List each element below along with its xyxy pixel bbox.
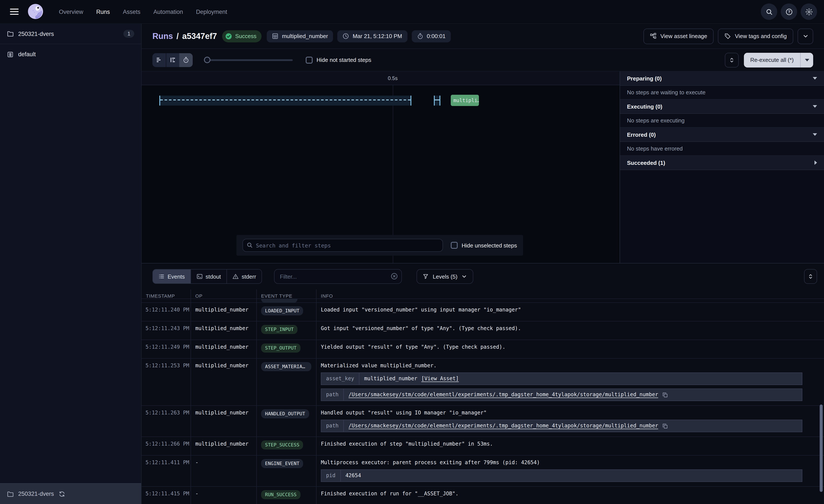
event-table: TIMESTAMP OP EVENT TYPE INFO 5:12:11.240… [141,289,824,504]
view-mode-timed-button[interactable] [179,53,193,67]
tab-stderr[interactable]: stderr [226,269,262,283]
column-header: TIMESTAMP [141,289,191,298]
runs-breadcrumb-link[interactable]: Runs [152,31,173,41]
nav-link-runs[interactable]: Runs [96,8,110,15]
reexecute-button[interactable]: Re-execute all (*) [744,52,813,67]
checkbox-icon[interactable] [451,242,458,249]
event-type-cell: HANDLED_OUTPUT [257,406,316,436]
nav-link-overview[interactable]: Overview [59,8,83,15]
event-row[interactable]: 5:12:11.263 PMmultiplied_numberHANDLED_O… [141,406,824,437]
event-type-pill: STEP_OUTPUT [261,344,301,353]
sidebar-item-250321-dvers[interactable]: 250321-dvers1 [0,24,141,44]
event-type-cell: LOADED_INPUT [257,303,316,321]
event-type-pill: ASSET_MATERIALI… [261,362,311,371]
settings-button[interactable] [801,3,817,20]
event-timestamp: 5:12:11.243 PM [141,322,191,340]
dagster-app: OverviewRunsAssetsAutomationDeployment ?… [0,0,824,504]
run-tag-label: Mar 21, 5:12:10 PM [353,33,402,39]
log-filter-input[interactable] [274,269,402,284]
tab-events[interactable]: Events [153,269,191,283]
steps-section-header[interactable]: Preparing (0) [620,72,824,86]
refresh-icon[interactable] [58,490,65,497]
event-row[interactable]: 5:12:11.266 PMmultiplied_numberSTEP_SUCC… [141,437,824,456]
nav-links: OverviewRunsAssetsAutomationDeployment [59,8,227,15]
main-panel: Runs / a5347ef7 Success multiplied_numbe… [141,24,824,504]
checkbox-icon[interactable] [306,56,313,64]
expand-panel-button[interactable] [725,52,738,67]
steps-section-title: Succeeded (1) [627,159,665,166]
event-row[interactable]: 5:12:11.243 PMmultiplied_numberSTEP_INPU… [141,322,824,340]
hamburger-menu-icon[interactable] [7,4,22,19]
caret-sort-icon [808,273,814,279]
expand-events-button[interactable] [804,269,817,284]
steps-section-header[interactable]: Succeeded (1) [620,156,824,170]
steps-section-body: No steps have errored [620,142,824,156]
event-type-pill: STEP_INPUT [261,325,298,334]
gantt-body[interactable]: multipli… Hide unselected steps [141,85,620,263]
sidebar-item-default[interactable]: default [0,44,141,65]
button-label: View asset lineage [660,33,707,39]
event-row[interactable] [141,299,824,303]
folder-icon [7,490,14,497]
search-button[interactable] [761,3,777,20]
view-tags-and-config-button[interactable]: View tags and config [718,28,793,44]
path-link[interactable]: /Users/smackesey/stm/code/elementl/exper… [348,391,658,398]
view-mode-waterfall-button[interactable] [166,53,179,67]
reexecute-dropdown[interactable] [800,52,813,67]
clear-filter-icon[interactable] [391,272,398,280]
run-tag[interactable]: 0:00:01 [412,30,451,42]
time-tick-label: 0.5s [388,75,398,81]
event-timestamp: 5:12:11.415 PM [141,487,191,504]
metadata-value: multiplied_number[View Asset] [359,373,463,385]
event-row[interactable]: 5:12:11.415 PM-RUN_SUCCESSFinished execu… [141,487,824,504]
view-waterfall-icon [170,57,176,63]
run-tag[interactable]: multiplied_number [267,30,333,42]
view-asset-lineage-button[interactable]: View asset lineage [643,28,714,44]
event-type-cell [257,299,316,303]
gantt-step-bar[interactable]: multipli… [451,95,479,106]
sidebar-footer[interactable]: 250321-dvers [0,483,141,504]
steps-section-body: No steps are waiting to execute [620,86,824,100]
steps-section-header[interactable]: Executing (0) [620,100,824,114]
steps-section-header[interactable]: Errored (0) [620,128,824,142]
copy-icon[interactable] [662,392,668,398]
hide-not-started-checkbox[interactable]: Hide not started steps [306,56,371,64]
top-nav: OverviewRunsAssetsAutomationDeployment ? [0,0,824,24]
zoom-slider[interactable] [204,56,293,64]
event-op: - [191,487,257,504]
copy-icon[interactable] [662,423,668,429]
levels-dropdown[interactable]: Levels (5) [417,269,474,284]
event-row[interactable]: 5:12:11.411 PM-ENGINE_EVENTMultiprocess … [141,456,824,487]
metadata-value: /Users/smackesey/stm/code/elementl/exper… [344,420,673,432]
event-info-cell: Finished execution of run for "__ASSET_J… [316,487,824,504]
help-icon: ? [785,8,793,15]
zoom-slider-knob[interactable] [204,56,210,63]
terminal-icon [197,273,203,279]
event-row[interactable]: 5:12:11.240 PMmultiplied_numberLOADED_IN… [141,303,824,322]
sidebar-item-label: 250321-dvers [18,30,54,37]
view-asset-link[interactable]: [View Asset] [421,375,459,382]
tab-stdout[interactable]: stdout [191,269,227,283]
sidebar-list: 250321-dvers1default [0,24,141,65]
search-icon [765,8,773,15]
event-op: multiplied_number [191,359,257,405]
path-link[interactable]: /Users/smackesey/stm/code/elementl/exper… [348,422,658,429]
nav-link-assets[interactable]: Assets [123,8,140,15]
view-mode-flat-button[interactable] [152,53,166,67]
events-scrollbar[interactable] [820,404,823,492]
nav-link-deployment[interactable]: Deployment [196,8,227,15]
event-info: Got input "versioned_number" of type "An… [321,325,820,332]
step-search-input[interactable] [242,239,443,252]
help-button[interactable]: ? [781,3,797,20]
run-tag[interactable]: Mar 21, 5:12:10 PM [337,30,407,42]
view-flat-icon [156,57,163,63]
event-op: multiplied_number [191,340,257,358]
hide-unselected-checkbox[interactable]: Hide unselected steps [451,242,517,249]
event-row[interactable]: 5:12:11.253 PMmultiplied_numberASSET_MAT… [141,359,824,406]
event-row[interactable]: 5:12:11.249 PMmultiplied_numberSTEP_OUTP… [141,340,824,359]
run-action-buttons: View asset lineageView tags and config [643,28,793,44]
more-actions-button[interactable] [798,28,813,44]
dagster-logo [27,3,44,20]
event-info: Materialized value multiplied_number. [321,362,820,369]
nav-link-automation[interactable]: Automation [153,8,183,15]
